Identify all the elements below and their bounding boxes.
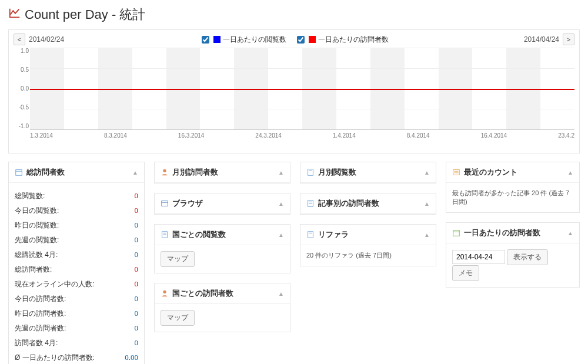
panel-header[interactable]: ブラウザ ▲ bbox=[155, 193, 290, 214]
panel-toggle[interactable]: ▲ bbox=[424, 201, 430, 207]
stat-label: 総閲覧数: bbox=[15, 191, 45, 201]
legend-reads-label: 一日あたりの閲覧数 bbox=[223, 35, 286, 45]
legend-visitors[interactable]: 一日あたりの訪問者数 bbox=[295, 34, 389, 45]
panel-country-visitors: 国ごとの訪問者数 ▲ マップ bbox=[154, 283, 290, 332]
stat-label: 訪問者数 4月: bbox=[15, 338, 58, 348]
user-icon bbox=[161, 168, 169, 176]
panel-header[interactable]: 月別閲覧数 ▲ bbox=[300, 162, 436, 183]
stat-row: 今日の閲覧数:0 bbox=[15, 203, 138, 218]
user-icon bbox=[161, 289, 169, 298]
show-button[interactable]: 表示する bbox=[507, 249, 548, 265]
stat-row: 総訪問者数:0 bbox=[15, 262, 138, 277]
chart-x-axis: 1.3.2014 8.3.2014 16.3.2014 24.3.2014 1.… bbox=[30, 132, 574, 139]
panel-header[interactable]: リファラ ▲ bbox=[300, 225, 436, 245]
stat-label: 先週の訪問者数: bbox=[15, 323, 66, 333]
svg-point-8 bbox=[163, 290, 166, 293]
stat-value: 0 bbox=[135, 250, 139, 260]
panel-title: 一日あたりの訪問者数 bbox=[464, 228, 540, 238]
panel-toggle[interactable]: ▲ bbox=[567, 230, 573, 236]
panel-title: 月別訪問者数 bbox=[172, 167, 218, 178]
panel-title: 月別閲覧数 bbox=[318, 167, 356, 178]
stat-value: 0 bbox=[135, 221, 139, 231]
stat-value: 0 bbox=[135, 265, 139, 275]
document-icon bbox=[306, 168, 315, 176]
stat-row: 今日の訪問者数:0 bbox=[15, 292, 138, 306]
svg-rect-3 bbox=[162, 201, 168, 206]
stat-row: 昨日の訪問者数:0 bbox=[15, 306, 138, 321]
stat-row: 総閲覧数:0 bbox=[15, 189, 138, 203]
stat-row: 総購読数 4月:0 bbox=[15, 248, 138, 262]
stat-value: 0 bbox=[135, 323, 139, 333]
stat-value: 0 bbox=[135, 309, 139, 319]
panel-title: 国ごとの訪問者数 bbox=[172, 288, 233, 299]
panel-total-visitors: 総訪問者数 ▲ 総閲覧数:0今日の閲覧数:0昨日の閲覧数:0先週の閲覧数:0総購… bbox=[8, 162, 145, 364]
chart-plot-area: 1.0 0.5 0.0 -0.5 -1.0 bbox=[30, 48, 574, 130]
page-title-text: Count per Day - 統計 bbox=[25, 6, 145, 24]
stat-label: 現在オンライン中の人数: bbox=[15, 279, 94, 289]
legend-reads-checkbox[interactable] bbox=[202, 36, 209, 44]
panel-title: ブラウザ bbox=[172, 198, 203, 209]
panel-recent-count: 最近のカウント ▲ 最も訪問者が多かった記事 20 件 (過去 7日間) bbox=[446, 162, 580, 213]
legend-reads-swatch bbox=[213, 36, 220, 43]
panel-toggle[interactable]: ▲ bbox=[132, 169, 138, 176]
chart-date-right: 2014/04/24 bbox=[524, 35, 559, 44]
panel-title: 記事別の訪問者数 bbox=[318, 198, 379, 209]
stat-row: 訪問者数 4月:0 bbox=[15, 336, 138, 350]
calendar-icon bbox=[15, 168, 23, 176]
panel-toggle[interactable]: ▲ bbox=[567, 169, 573, 176]
chart-date-left: 2014/02/24 bbox=[29, 35, 64, 44]
stat-value: 0 bbox=[135, 191, 139, 201]
panel-toggle[interactable]: ▲ bbox=[424, 169, 430, 176]
panel-header[interactable]: 国ごとの閲覧数 ▲ bbox=[155, 225, 290, 245]
svg-rect-14 bbox=[308, 232, 313, 238]
map-button[interactable]: マップ bbox=[161, 251, 195, 267]
memo-button[interactable]: メモ bbox=[452, 265, 479, 281]
panel-header[interactable]: 最近のカウント ▲ bbox=[446, 162, 579, 183]
referrer-note: 20 件のリファラ (過去 7日間) bbox=[306, 252, 392, 259]
panel-title: 国ごとの閲覧数 bbox=[172, 229, 226, 240]
stat-value: 0 bbox=[135, 338, 139, 348]
panel-daily-visitors: 一日あたりの訪問者数 ▲ 表示する メモ bbox=[446, 222, 580, 288]
panel-monthly-reads: 月別閲覧数 ▲ bbox=[300, 162, 436, 183]
panel-header[interactable]: 一日あたりの訪問者数 ▲ bbox=[446, 223, 579, 243]
svg-rect-0 bbox=[16, 170, 22, 176]
stat-value: 0 bbox=[135, 235, 139, 245]
stat-value: 0 bbox=[135, 294, 139, 304]
list-icon bbox=[452, 168, 460, 176]
chart-panel: < 2014/02/24 一日あたりの閲覧数 一日あたりの訪問者数 2014/0… bbox=[8, 29, 580, 153]
panel-toggle[interactable]: ▲ bbox=[278, 290, 284, 297]
daily-date-input[interactable] bbox=[452, 250, 505, 264]
legend-reads[interactable]: 一日あたりの閲覧数 bbox=[199, 34, 286, 45]
stat-row: 先週の訪問者数:0 bbox=[15, 321, 138, 336]
legend-visitors-checkbox[interactable] bbox=[297, 36, 305, 44]
calendar-icon bbox=[452, 229, 460, 237]
recent-count-note: 最も訪問者が多かった記事 20 件 (過去 7日間) bbox=[452, 189, 569, 205]
stat-label: 総訪問者数: bbox=[15, 265, 52, 275]
panel-header[interactable]: 国ごとの訪問者数 ▲ bbox=[155, 283, 290, 304]
stat-row: Ø 一日あたりの訪問者数:0.00 bbox=[15, 350, 138, 364]
document-icon bbox=[306, 199, 315, 208]
chart-legend: 一日あたりの閲覧数 一日あたりの訪問者数 bbox=[199, 34, 389, 45]
panel-header[interactable]: 総訪問者数 ▲ bbox=[9, 162, 144, 183]
chart-line-icon bbox=[8, 6, 21, 23]
browser-icon bbox=[161, 199, 169, 208]
panel-title: 総訪問者数 bbox=[26, 167, 65, 178]
panel-title: 最近のカウント bbox=[464, 167, 517, 178]
panel-toggle[interactable]: ▲ bbox=[278, 169, 284, 176]
panel-header[interactable]: 記事別の訪問者数 ▲ bbox=[300, 193, 436, 214]
stat-label: 昨日の訪問者数: bbox=[15, 309, 66, 319]
panel-toggle[interactable]: ▲ bbox=[278, 201, 284, 207]
page-title: Count per Day - 統計 bbox=[8, 6, 580, 24]
stat-value: 0 bbox=[135, 279, 139, 289]
map-button[interactable]: マップ bbox=[161, 310, 195, 326]
panel-header[interactable]: 月別訪問者数 ▲ bbox=[155, 162, 290, 183]
stat-label: Ø 一日あたりの訪問者数: bbox=[15, 353, 95, 363]
document-icon bbox=[161, 231, 169, 239]
panel-toggle[interactable]: ▲ bbox=[424, 232, 430, 238]
chart-prev-button[interactable]: < bbox=[14, 34, 25, 45]
panel-toggle[interactable]: ▲ bbox=[278, 232, 284, 238]
stat-value: 0.00 bbox=[125, 353, 138, 363]
chart-next-button[interactable]: > bbox=[563, 34, 574, 45]
panel-title: リファラ bbox=[318, 229, 349, 240]
stat-label: 今日の閲覧数: bbox=[15, 206, 59, 216]
